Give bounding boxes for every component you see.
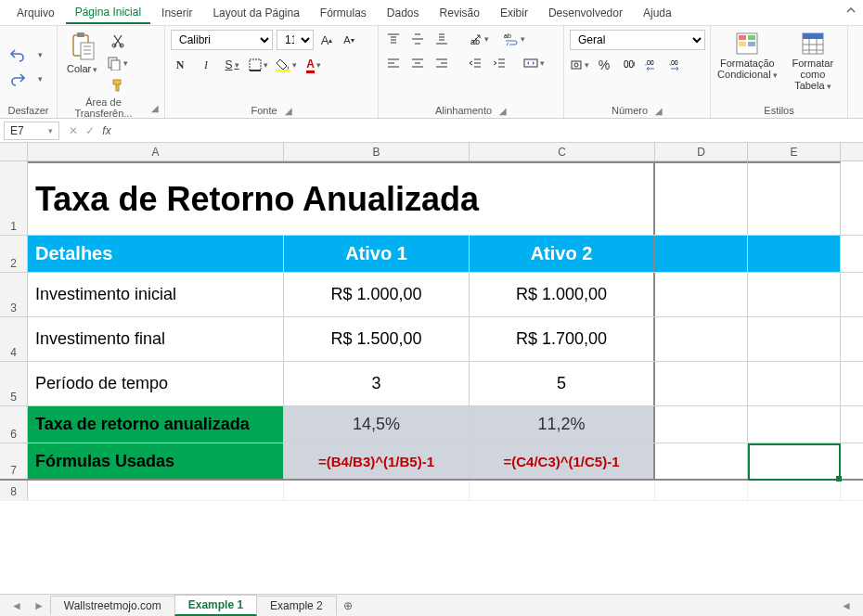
row-header[interactable]: 6 — [0, 406, 28, 443]
cell-d8[interactable] — [655, 481, 748, 500]
redo-dropdown[interactable] — [31, 70, 49, 88]
spreadsheet-grid[interactable]: A B C D E 1 Taxa de Retorno Anualizada 2… — [0, 143, 863, 594]
undo-dropdown[interactable] — [31, 45, 49, 64]
cell-e3[interactable] — [748, 273, 841, 316]
conditional-format-button[interactable]: Formatação Condicional — [716, 30, 779, 82]
redo-button[interactable] — [8, 70, 27, 88]
cancel-formula-icon[interactable]: ✕ — [65, 124, 82, 137]
cell-e8[interactable] — [748, 481, 841, 500]
menu-exibir[interactable]: Exibir — [491, 3, 537, 23]
menu-desenvolvedor[interactable]: Desenvolvedor — [539, 3, 632, 23]
cell-a7[interactable]: Fórmulas Usadas — [28, 443, 284, 479]
tab-scroll-left[interactable]: ◄ — [835, 599, 857, 612]
cell-c7[interactable]: =(C4/C3)^(1/C5)-1 — [470, 443, 655, 479]
cell-c3[interactable]: R$ 1.000,00 — [470, 273, 655, 316]
cell-b3[interactable]: R$ 1.000,00 — [284, 273, 470, 316]
row-header[interactable]: 7 — [0, 443, 28, 479]
increase-indent-button[interactable] — [490, 54, 509, 72]
tab-nav-next[interactable]: ► — [28, 599, 50, 612]
cell-b1[interactable] — [284, 161, 470, 235]
cell-b5[interactable]: 3 — [284, 362, 470, 405]
cell-d5[interactable] — [655, 362, 748, 405]
cell-d7[interactable] — [655, 443, 748, 479]
col-header-d[interactable]: D — [655, 143, 748, 160]
bold-button[interactable]: N — [171, 56, 189, 74]
paste-button[interactable]: Colar — [63, 30, 101, 76]
font-color-button[interactable]: A — [304, 56, 323, 74]
wrap-text-button[interactable]: ab — [504, 30, 525, 48]
cell-c6[interactable]: 11,2% — [470, 406, 655, 443]
format-painter-button[interactable] — [109, 76, 127, 95]
font-name-select[interactable]: Calibri — [171, 30, 273, 50]
align-center-button[interactable] — [408, 54, 427, 72]
name-box[interactable]: E7▾ — [4, 122, 59, 140]
orientation-button[interactable]: ab — [470, 30, 489, 48]
cell-c8[interactable] — [470, 481, 655, 500]
cell-b2[interactable]: Ativo 1 — [284, 236, 470, 272]
percent-button[interactable]: % — [595, 56, 613, 74]
cell-e2[interactable] — [748, 236, 841, 272]
menu-arquivo[interactable]: Arquivo — [7, 3, 64, 23]
font-size-select[interactable]: 11 — [277, 30, 314, 50]
align-left-button[interactable] — [384, 54, 403, 72]
number-dialog-launcher[interactable]: ◢ — [655, 106, 663, 116]
copy-button[interactable] — [107, 54, 128, 72]
border-button[interactable] — [249, 56, 268, 74]
cell-c4[interactable]: R$ 1.700,00 — [470, 317, 655, 361]
col-header-c[interactable]: C — [470, 143, 655, 160]
cell-b7[interactable]: =(B4/B3)^(1/B5)-1 — [284, 443, 470, 479]
menu-ajuda[interactable]: Ajuda — [634, 3, 681, 23]
underline-button[interactable]: S — [223, 56, 241, 74]
cell-a1[interactable]: Taxa de Retorno Anualizada — [28, 161, 284, 235]
align-right-button[interactable] — [432, 54, 451, 72]
new-sheet-button[interactable]: ⊕ — [336, 597, 360, 614]
accounting-format-button[interactable] — [570, 56, 589, 74]
row-header[interactable]: 5 — [0, 362, 28, 405]
col-header-b[interactable]: B — [284, 143, 470, 160]
cell-a5[interactable]: Período de tempo — [28, 362, 284, 405]
cell-e4[interactable] — [748, 317, 841, 361]
cell-e1[interactable] — [748, 161, 841, 235]
cell-b4[interactable]: R$ 1.500,00 — [284, 317, 470, 361]
cell-b8[interactable] — [284, 481, 470, 500]
cell-a4[interactable]: Investimento final — [28, 317, 284, 361]
clipboard-dialog-launcher[interactable]: ◢ — [151, 103, 159, 113]
decrease-indent-button[interactable] — [466, 54, 484, 72]
align-top-button[interactable] — [384, 30, 403, 48]
cell-d3[interactable] — [655, 273, 748, 316]
font-dialog-launcher[interactable]: ◢ — [285, 106, 292, 116]
cell-a3[interactable]: Investimento inicial — [28, 273, 284, 316]
format-table-button[interactable]: Formatar como Tabela — [784, 30, 842, 93]
cell-e6[interactable] — [748, 406, 841, 443]
cell-d4[interactable] — [655, 317, 748, 361]
cell-c5[interactable]: 5 — [470, 362, 655, 405]
cell-e7[interactable] — [748, 443, 841, 479]
col-header-a[interactable]: A — [28, 143, 284, 160]
row-header[interactable]: 2 — [0, 236, 28, 272]
fill-color-button[interactable] — [276, 56, 297, 74]
menu-layout[interactable]: Layout da Página — [203, 3, 308, 23]
alignment-dialog-launcher[interactable]: ◢ — [499, 106, 507, 116]
enter-formula-icon[interactable]: ✓ — [82, 124, 98, 137]
menu-revisao[interactable]: Revisão — [431, 3, 489, 23]
cut-button[interactable] — [109, 32, 127, 50]
cell-a6[interactable]: Taxa de retorno anualizada — [28, 406, 284, 443]
comma-style-button[interactable]: 000 — [619, 56, 638, 74]
align-bottom-button[interactable] — [432, 30, 451, 48]
decrease-font-button[interactable]: A▾ — [340, 31, 358, 49]
cell-d6[interactable] — [655, 406, 748, 443]
cell-e5[interactable] — [748, 362, 841, 405]
menu-formulas[interactable]: Fórmulas — [311, 3, 376, 23]
number-format-select[interactable]: Geral — [570, 30, 705, 50]
cell-b6[interactable]: 14,5% — [284, 406, 470, 443]
cell-a2[interactable]: Detalhes — [28, 236, 284, 272]
menu-dados[interactable]: Dados — [378, 3, 429, 23]
increase-decimal-button[interactable]: ,00 — [643, 56, 662, 74]
row-header[interactable]: 4 — [0, 317, 28, 361]
cell-d2[interactable] — [655, 236, 748, 272]
row-header[interactable]: 8 — [0, 481, 28, 500]
fx-icon[interactable]: fx — [98, 124, 115, 137]
menu-inserir[interactable]: Inserir — [152, 3, 201, 23]
sheet-tab[interactable]: Example 2 — [256, 596, 337, 615]
undo-button[interactable] — [8, 45, 27, 64]
